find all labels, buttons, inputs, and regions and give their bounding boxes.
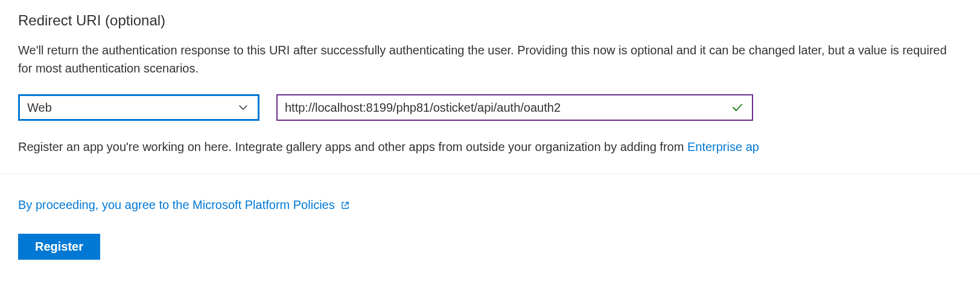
- section-description: We'll return the authentication response…: [18, 41, 962, 77]
- platform-select[interactable]: Web: [18, 94, 259, 121]
- redirect-uri-input[interactable]: [285, 101, 730, 115]
- external-link-icon: [340, 200, 351, 211]
- enterprise-apps-link[interactable]: Enterprise ap: [687, 140, 759, 153]
- redirect-uri-form-row: Web: [18, 94, 962, 121]
- policies-link-text: By proceeding, you agree to the Microsof…: [18, 198, 335, 212]
- platform-select-value: Web: [27, 101, 236, 115]
- redirect-uri-input-wrapper: [276, 94, 753, 121]
- helper-text: Register an app you're working on here. …: [18, 140, 962, 154]
- checkmark-icon: [730, 100, 745, 115]
- helper-text-prefix: Register an app you're working on here. …: [18, 140, 687, 153]
- divider: [0, 173, 980, 174]
- section-title: Redirect URI (optional): [18, 12, 962, 29]
- platform-policies-link[interactable]: By proceeding, you agree to the Microsof…: [18, 198, 351, 212]
- chevron-down-icon: [236, 100, 250, 115]
- register-button[interactable]: Register: [18, 234, 100, 260]
